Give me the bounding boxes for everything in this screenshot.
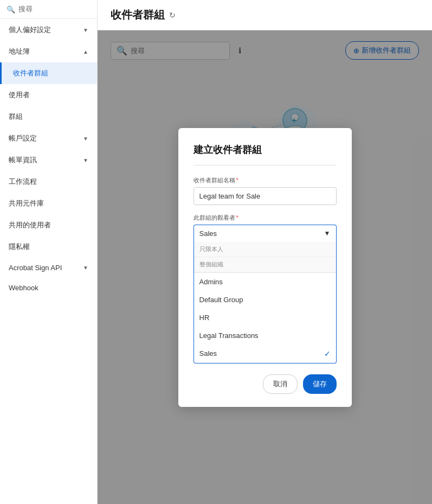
main-content: 收件者群組 ↻ 🔍 ℹ ⊕ 新增收件者群組	[98, 0, 432, 504]
dropdown-list: 只限本人 整個組織 Admins	[194, 242, 337, 363]
item-label: Default Group	[199, 296, 243, 304]
sidebar-item-label: Webhook	[9, 284, 38, 292]
item-label: HR	[199, 314, 210, 322]
select-display[interactable]: Sales ▼	[194, 225, 337, 242]
section-label: 只限本人	[199, 246, 223, 252]
sidebar-item-label: 帳戶設定	[9, 133, 37, 143]
sidebar-item-privacy[interactable]: 隱私權	[0, 236, 97, 258]
dialog-title: 建立收件者群組	[194, 143, 337, 165]
create-group-dialog: 建立收件者群組 收件者群組名稱* 此群組的觀看者* Sales	[178, 128, 352, 407]
item-label: Admins	[199, 278, 223, 286]
visibility-select[interactable]: Sales ▼ 只限本人 整個組織	[194, 225, 337, 363]
sidebar-item-personal-settings[interactable]: 個人偏好設定	[0, 19, 97, 41]
chevron-down-icon	[83, 157, 88, 163]
chevron-down-icon	[83, 136, 88, 142]
sidebar-item-shared-library[interactable]: 共用元件庫	[0, 193, 97, 214]
save-button[interactable]: 儲存	[303, 374, 337, 394]
dropdown-item-default-group[interactable]: Default Group	[194, 291, 336, 309]
name-form-group: 收件者群組名稱*	[194, 176, 337, 205]
cancel-button[interactable]: 取消	[263, 374, 298, 394]
dropdown-item-admins[interactable]: Admins	[194, 273, 336, 291]
sidebar-item-workflow[interactable]: 工作流程	[0, 171, 97, 193]
sidebar-item-label: 共用元件庫	[9, 199, 44, 208]
chevron-down-icon: ▼	[324, 229, 331, 237]
sidebar-search-box[interactable]: 🔍 搜尋	[0, 0, 97, 19]
check-icon: ✓	[324, 349, 331, 358]
sidebar-item-billing-info[interactable]: 帳單資訊	[0, 149, 97, 171]
topbar: 收件者群組 ↻	[98, 0, 432, 30]
sidebar-item-label: 群組	[9, 112, 23, 122]
sidebar-item-account-settings[interactable]: 帳戶設定	[0, 127, 97, 149]
page-title: 收件者群組	[111, 8, 165, 22]
sidebar-item-label: 使用者	[9, 90, 30, 100]
dropdown-item-sales[interactable]: Sales ✓	[194, 344, 336, 363]
sidebar-item-label: 隱私權	[9, 242, 30, 252]
refresh-icon[interactable]: ↻	[169, 11, 176, 20]
dropdown-item-hr[interactable]: HR	[194, 309, 336, 327]
dropdown-item-legal-transactions[interactable]: Legal Transactions	[194, 327, 336, 344]
visibility-form-group: 此群組的觀看者* Sales ▼ 只限本人	[194, 214, 337, 363]
sidebar-search-label: 搜尋	[18, 4, 33, 14]
item-label: Sales	[199, 349, 217, 358]
sidebar-item-webhook[interactable]: Webhook	[0, 278, 97, 298]
visibility-label: 此群組的觀看者*	[194, 214, 337, 222]
sidebar-item-label: 個人偏好設定	[9, 25, 51, 35]
sidebar-item-acrobat-api[interactable]: Acrobat Sign API	[0, 258, 97, 278]
chevron-up-icon	[83, 49, 88, 55]
chevron-down-icon	[83, 265, 88, 271]
sidebar-item-groups[interactable]: 群組	[0, 106, 97, 127]
modal-overlay: 建立收件者群組 收件者群組名稱* 此群組的觀看者* Sales	[98, 30, 432, 504]
sidebar-item-recipient-groups[interactable]: 收件者群組	[0, 62, 97, 84]
sidebar-item-label: 收件者群組	[13, 68, 48, 78]
search-icon: 🔍	[7, 5, 15, 14]
sidebar: 🔍 搜尋 個人偏好設定 地址簿 收件者群組 使用者 群組 帳戶設定 帳單資訊 工…	[0, 0, 98, 504]
chevron-down-icon	[83, 27, 88, 33]
sidebar-item-label: 帳單資訊	[9, 155, 37, 165]
item-label: Legal Transactions	[199, 331, 259, 340]
dropdown-section-personal: 只限本人	[194, 242, 336, 257]
section-label: 整個組織	[199, 261, 223, 267]
sidebar-item-label: Acrobat Sign API	[9, 264, 62, 272]
selected-value: Sales	[199, 229, 217, 238]
dropdown-section-org: 整個組織	[194, 257, 336, 272]
sidebar-item-label: 共用的使用者	[9, 220, 51, 230]
sidebar-item-address-book[interactable]: 地址簿	[0, 41, 97, 62]
name-label: 收件者群組名稱*	[194, 176, 337, 184]
dialog-footer: 取消 儲存	[194, 374, 337, 394]
sidebar-item-label: 地址簿	[9, 47, 30, 56]
sidebar-item-label: 工作流程	[9, 177, 37, 187]
required-star-visibility: *	[236, 214, 238, 221]
sidebar-item-shared-users[interactable]: 共用的使用者	[0, 214, 97, 236]
sidebar-item-users[interactable]: 使用者	[0, 84, 97, 106]
content-area: 🔍 ℹ ⊕ 新增收件者群組	[98, 30, 432, 504]
required-star: *	[236, 177, 238, 183]
group-name-input[interactable]	[194, 187, 337, 205]
